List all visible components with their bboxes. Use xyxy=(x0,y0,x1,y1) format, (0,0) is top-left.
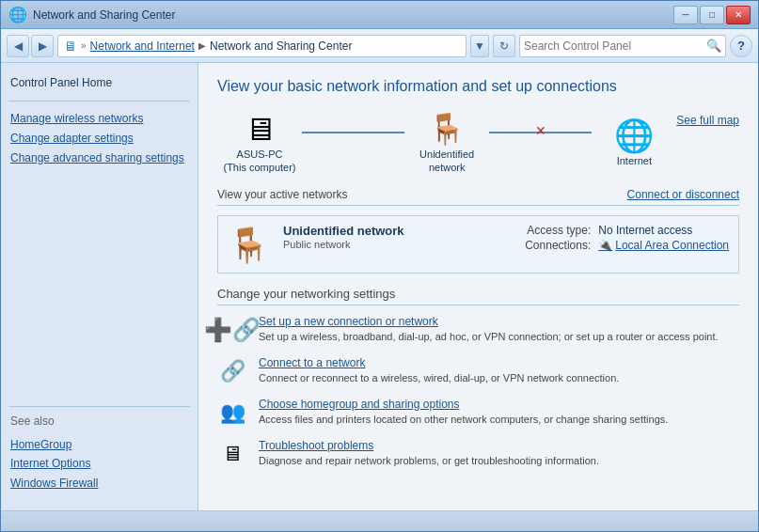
refresh-button[interactable]: ↻ xyxy=(493,35,515,57)
connect-network-link[interactable]: Connect to a network xyxy=(259,356,619,369)
breadcrumb-bar: 🖥 » Network and Internet ▶ Network and S… xyxy=(57,35,466,57)
see-full-map-link[interactable]: See full map xyxy=(676,114,739,127)
troubleshoot-link[interactable]: Troubleshoot problems xyxy=(259,439,599,452)
setting-text-1: Set up a new connection or network Set u… xyxy=(259,315,719,344)
status-bar xyxy=(1,510,758,531)
folder-icon: 🌐 xyxy=(8,6,27,23)
internet-icon: 🌐 xyxy=(611,117,656,154)
maximize-button[interactable]: □ xyxy=(700,6,724,24)
breadcrumb-current: Network and Sharing Center xyxy=(210,39,352,53)
net-node-internet: 🌐 Internet xyxy=(592,117,676,167)
help-button[interactable]: ? xyxy=(730,35,752,57)
sidebar-link-sharing[interactable]: Change advanced sharing settings xyxy=(10,149,188,168)
nav-buttons: ◀ ▶ xyxy=(7,35,54,57)
search-icon[interactable]: 🔍 xyxy=(706,39,721,53)
sidebar-links: Manage wireless networks Change adapter … xyxy=(1,105,198,175)
network-name: Unidentified network xyxy=(283,224,502,238)
window: 🌐 Network and Sharing Center ─ □ ✕ ◀ ▶ 🖥… xyxy=(0,0,759,532)
connections-row: Connections: 🔌 Local Area Connection xyxy=(515,239,729,252)
setup-connection-link[interactable]: Set up a new connection or network xyxy=(259,315,719,328)
forward-button[interactable]: ▶ xyxy=(31,35,54,57)
sidebar-divider-1 xyxy=(8,101,190,102)
change-settings-title: Change your networking settings xyxy=(217,287,739,305)
net-label-network: Unidentified network xyxy=(404,148,489,175)
sidebar-spacer xyxy=(1,175,198,401)
connect-network-icon: 🔗 xyxy=(217,356,247,386)
breadcrumb-separator-1: » xyxy=(81,40,87,51)
setting-item-1: ➕🔗 Set up a new connection or network Se… xyxy=(217,315,739,345)
access-type-row: Access type: No Internet access xyxy=(515,224,729,237)
connection-icon: 🔌 xyxy=(598,239,612,252)
connection-name: Local Area Connection xyxy=(615,239,729,252)
connect-network-desc: Connect or reconnect to a wireless, wire… xyxy=(259,372,619,383)
search-bar: 🔍 xyxy=(519,35,726,57)
homegroup-icon: 👥 xyxy=(217,398,247,428)
content-area: View your basic network information and … xyxy=(198,63,758,510)
setting-item-2: 🔗 Connect to a network Connect or reconn… xyxy=(217,356,739,386)
sidebar-link-adapter[interactable]: Change adapter settings xyxy=(10,129,188,149)
net-label-internet: Internet xyxy=(617,154,652,167)
back-button[interactable]: ◀ xyxy=(7,35,29,57)
sidebar-link-internet-options[interactable]: Internet Options xyxy=(10,454,188,474)
sidebar-home-link[interactable]: Control Panel Home xyxy=(1,72,198,97)
see-also-links: HomeGroup Internet Options Windows Firew… xyxy=(1,431,198,501)
active-network-panel: 🪑 Unidentified network Public network Ac… xyxy=(217,215,739,274)
computer-icon: 🖥 xyxy=(237,110,282,148)
address-bar: ◀ ▶ 🖥 » Network and Internet ▶ Network a… xyxy=(1,29,758,63)
breadcrumb-item-1[interactable]: Network and Internet xyxy=(90,39,195,53)
sidebar-link-homegroup[interactable]: HomeGroup xyxy=(10,435,188,455)
title-bar-left: 🌐 Network and Sharing Center xyxy=(8,6,175,23)
title-bar-controls: ─ □ ✕ xyxy=(673,6,751,24)
breadcrumb-separator-2: ▶ xyxy=(198,40,206,51)
setting-text-4: Troubleshoot problems Diagnose and repai… xyxy=(259,439,599,468)
access-type-val: No Internet access xyxy=(598,224,692,237)
setting-text-2: Connect to a network Connect or reconnec… xyxy=(259,356,619,385)
network-diagram: 🖥 ASUS-PC(This computer) 🪑 Unidentified … xyxy=(217,110,676,175)
troubleshoot-icon: 🖥 xyxy=(217,439,247,469)
net-line-2 xyxy=(489,132,592,133)
window-title: Network and Sharing Center xyxy=(33,8,175,22)
network-details: Access type: No Internet access Connecti… xyxy=(515,224,729,252)
minimize-button[interactable]: ─ xyxy=(673,6,698,24)
active-networks-label: View your active networks xyxy=(217,188,348,201)
breadcrumb-icon: 🖥 xyxy=(64,39,77,54)
net-node-computer: 🖥 ASUS-PC(This computer) xyxy=(217,110,302,175)
main-content: Control Panel Home Manage wireless netwo… xyxy=(1,63,758,510)
access-type-key: Access type: xyxy=(515,224,591,237)
title-bar: 🌐 Network and Sharing Center ─ □ ✕ xyxy=(1,1,758,29)
close-button[interactable]: ✕ xyxy=(726,6,751,24)
setting-item-4: 🖥 Troubleshoot problems Diagnose and rep… xyxy=(217,439,739,469)
net-label-computer: ASUS-PC(This computer) xyxy=(223,148,295,175)
bench-icon: 🪑 xyxy=(228,226,270,265)
homegroup-link[interactable]: Choose homegroup and sharing options xyxy=(259,398,668,411)
sidebar-link-firewall[interactable]: Windows Firewall xyxy=(10,474,188,493)
homegroup-desc: Access files and printers located on oth… xyxy=(259,414,668,425)
setting-text-3: Choose homegroup and sharing options Acc… xyxy=(259,398,668,427)
connect-disconnect-link[interactable]: Connect or disconnect xyxy=(627,188,739,201)
net-node-network: 🪑 Unidentified network xyxy=(404,110,489,175)
search-input[interactable] xyxy=(524,39,703,53)
troubleshoot-desc: Diagnose and repair network problems, or… xyxy=(259,455,599,466)
sidebar-link-wireless[interactable]: Manage wireless networks xyxy=(10,109,188,129)
active-networks-header: View your active networks Connect or dis… xyxy=(217,188,739,206)
network-type: Public network xyxy=(283,239,502,250)
setting-item-3: 👥 Choose homegroup and sharing options A… xyxy=(217,398,739,428)
setup-connection-icon: ➕🔗 xyxy=(217,315,247,345)
network-info: Unidentified network Public network xyxy=(283,224,502,250)
setup-connection-desc: Set up a wireless, broadband, dial-up, a… xyxy=(259,331,719,342)
local-area-connection-link[interactable]: 🔌 Local Area Connection xyxy=(598,239,729,252)
breadcrumb-dropdown-button[interactable]: ▼ xyxy=(470,35,489,57)
sidebar: Control Panel Home Manage wireless netwo… xyxy=(1,63,198,510)
sidebar-divider-2 xyxy=(8,406,190,407)
content-title: View your basic network information and … xyxy=(217,78,739,95)
network-icon: 🪑 xyxy=(424,110,469,148)
net-line-1 xyxy=(302,132,404,133)
see-also-label: See also xyxy=(1,411,198,431)
connections-key: Connections: xyxy=(515,239,591,252)
